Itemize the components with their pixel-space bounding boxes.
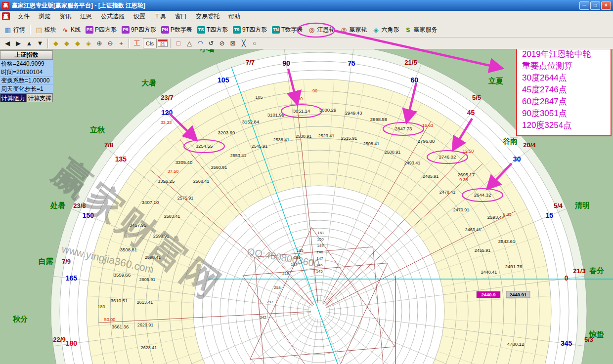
toolbar2-measure[interactable]: 工 — [132, 39, 142, 48]
winner-wheel-label: 赢家轮 — [349, 26, 367, 34]
menu-item-browse[interactable]: 浏览 — [34, 11, 55, 22]
toolbar-button-kline[interactable]: ∿K线 — [59, 24, 83, 36]
toolbar2-zoom-in[interactable]: ⊕ — [94, 39, 104, 48]
toolbar-button-winner-wheel[interactable]: ◎赢家轮 — [337, 24, 369, 36]
toolbar2-draw-circle-x[interactable]: ⊘ — [217, 39, 227, 48]
inner-ring-value: 2500.91 — [385, 150, 401, 155]
info-line-6: 120度3254点 — [522, 120, 606, 131]
menu-item-trade-order[interactable]: 交易委托 — [191, 11, 224, 22]
inner-ring-value: 2553.41 — [230, 153, 247, 158]
quotes-icon: ▦ — [4, 26, 12, 34]
menu-item-news[interactable]: 资讯 — [55, 11, 76, 22]
toolbar2-zoom-out[interactable]: ⊖ — [105, 39, 115, 48]
toolbar2-draw-lasso[interactable]: ○ — [250, 39, 260, 48]
degree-label: 60 — [410, 76, 418, 84]
menu-bar: 赢 文件浏览资讯江恩公式选股设置工具窗口交易委托帮助 — [0, 11, 613, 22]
toolbar2-draw-rotate[interactable]: ↺ — [206, 39, 216, 48]
center-number: 297 — [266, 300, 273, 304]
inner-degree-label: 90 — [312, 88, 317, 93]
toolbar-button-p-number-table[interactable]: PNP数字表 — [159, 24, 195, 36]
toolbar2-diamond-1[interactable]: ◆ — [51, 39, 61, 48]
outer-ring-value: 3356.25 — [158, 178, 175, 184]
toolbar2-nav-back[interactable]: ◀ — [2, 39, 12, 48]
outer-ring-value: 3203.69 — [218, 130, 235, 135]
sectors-icon: ▤ — [35, 26, 43, 34]
solar-term-label: 小暑 — [200, 49, 215, 53]
toolbar-button-t-square[interactable]: TST四方形 — [195, 24, 230, 36]
hexagon-icon: ◈ — [372, 26, 380, 34]
toolbar2-diamond-3[interactable]: ◆ — [73, 39, 83, 48]
toolbar-button-quotes[interactable]: ▦行情 — [1, 24, 28, 36]
toolbar2-diamond-2[interactable]: ◆ — [62, 39, 72, 48]
toolbar2-pan[interactable]: + — [116, 39, 126, 48]
toolbar2-nav-forward[interactable]: ▶ — [13, 39, 23, 48]
gann-wheel-icon: ◎ — [307, 26, 315, 34]
menu-item-formula-stock-pick[interactable]: 公式选股 — [96, 11, 129, 22]
inner-ring-value: 2493.41 — [404, 161, 421, 165]
toolbar2-nav-up[interactable]: ▲ — [24, 39, 34, 48]
annotation-info-box: 2019年江恩轮中轮重要点位测算30度2644点45度2746点60度2847点… — [516, 43, 612, 136]
calc-support-button[interactable]: 计算支撑 — [27, 93, 53, 102]
panel-row-1: 时间=20190104 — [0, 68, 53, 77]
menu-item-window[interactable]: 窗口 — [171, 11, 191, 22]
center-number: 151 — [317, 231, 324, 235]
calc-resistance-button[interactable]: 计算阻力 — [0, 93, 27, 102]
kline-label: K线 — [71, 26, 81, 34]
date-label: 21/5 — [404, 59, 417, 66]
info-line-0: 2019年江恩轮中轮 — [522, 48, 606, 60]
toolbar-button-9p-square[interactable]: P99P四方形 — [119, 24, 159, 36]
window-controls: ─□× — [579, 1, 611, 10]
minimize-button[interactable]: ─ — [579, 1, 589, 10]
inner-ring-value: 2455.91 — [475, 248, 491, 253]
toolbar2-cls[interactable]: Cls — [143, 38, 157, 48]
outer-ring-value: 3051.14 — [293, 108, 310, 114]
toolbar-button-p-square[interactable]: PSP四方形 — [83, 24, 119, 36]
outer-ring-value: 2542.61 — [498, 239, 515, 244]
inner-ring-value: 2463.41 — [465, 227, 482, 232]
toolbar-button-t-number-table[interactable]: TNT数字表 — [269, 24, 305, 36]
menu-item-help[interactable]: 帮助 — [224, 11, 245, 22]
menu-item-tools[interactable]: 工具 — [150, 11, 171, 22]
info-line-1: 重要点位测算 — [522, 60, 606, 72]
outer-ring-value: 2898.58 — [370, 117, 387, 122]
app-icon: 赢 — [2, 2, 9, 9]
outer-ring-value: 2847.73 — [395, 126, 412, 131]
date-label: 5/3 — [584, 336, 593, 343]
price-marker: 2440.91 — [510, 292, 527, 297]
toolbar2-draw-rect[interactable]: □ — [174, 39, 183, 48]
menu-item-gann[interactable]: 江恩 — [76, 11, 96, 22]
toolbar2-calendar[interactable]: 21 — [158, 40, 168, 47]
outer-ring-value: 3661.36 — [112, 324, 129, 329]
info-line-4: 60度2847点 — [522, 96, 606, 108]
toolbar2-diamond-plus[interactable]: ◈ — [84, 39, 93, 48]
menu-item-file[interactable]: 文件 — [13, 11, 34, 22]
toolbar-button-sectors[interactable]: ▤板块 — [33, 24, 59, 36]
degree-label: 120 — [161, 109, 173, 117]
winner-service-icon: $ — [404, 26, 412, 34]
index-name: 上证指数 — [0, 50, 53, 60]
center-number: 258 — [274, 285, 281, 290]
toolbar2-draw-box-x[interactable]: ⊠ — [228, 39, 238, 48]
toolbar2-draw-cross[interactable]: ╳ — [239, 39, 249, 48]
menu-item-settings[interactable]: 设置 — [129, 11, 150, 22]
9p-square-label: 9P四方形 — [131, 26, 156, 34]
toolbar-button-winner-service[interactable]: $赢家服务 — [401, 24, 439, 36]
close-button[interactable]: × — [601, 1, 611, 10]
inner-ring-value: 2485.91 — [423, 174, 439, 179]
toolbar-button-gann-wheel[interactable]: ◎江恩轮 — [305, 24, 337, 36]
toolbar2-draw-triangle[interactable]: △ — [184, 39, 194, 48]
center-number: 148 — [316, 250, 323, 254]
t-number-table-label: T数字表 — [281, 26, 303, 34]
degree-label: 105 — [218, 76, 229, 84]
toolbar-button-hexagon[interactable]: ◈六角形 — [369, 24, 401, 36]
toolbar2-filter[interactable]: ▼ — [35, 39, 45, 48]
toolbar-button-9t-square[interactable]: T99T四方形 — [230, 24, 269, 36]
solar-term-label: 春分 — [589, 266, 604, 275]
toolbar-separator — [47, 39, 48, 48]
fraction-label: 25.00 — [292, 96, 303, 101]
inner-ring-value: 2448.41 — [481, 270, 497, 275]
maximize-button[interactable]: □ — [590, 1, 600, 10]
toolbar2-draw-arc[interactable]: ◠ — [195, 39, 205, 48]
title-bar: 赢 赢家江恩专业版[赢家服务平台] - [上证指数 江恩轮] ─□× — [0, 0, 613, 11]
degree-label: 0 — [565, 274, 569, 282]
